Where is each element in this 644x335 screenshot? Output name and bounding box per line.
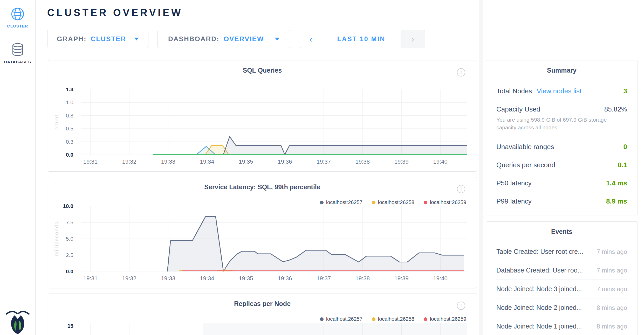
legend-dot-icon — [424, 201, 427, 204]
y-tick-label: 0.5 — [66, 125, 73, 132]
time-window-next-button[interactable]: › — [401, 30, 425, 48]
graph-dropdown-value: CLUSTER — [91, 35, 126, 43]
sidebar-item-label: DATABASES — [0, 60, 35, 64]
legend-item: localhost:26259 — [424, 316, 466, 322]
y-tick-label: 7.5 — [66, 219, 73, 226]
chart-legend: localhost:26257localhost:26258localhost:… — [320, 316, 466, 322]
event-row[interactable]: Node Joined: Node 3 joined... 7 mins ago — [496, 280, 627, 298]
sidebar-item-label: CLUSTER — [0, 24, 35, 28]
events-title: Events — [486, 228, 638, 235]
chart-card-sql-queries: SQL Queries ! count 0.00.30.50.81.01.3 1… — [48, 60, 477, 172]
graph-dropdown[interactable]: GRAPH: CLUSTER — [47, 30, 148, 48]
chart-card-replicas-per-node: Replicas per Node ! localhost:26257local… — [48, 294, 477, 335]
legend-item: localhost:26257 — [320, 316, 362, 322]
page-title: CLUSTER OVERVIEW — [47, 7, 183, 18]
capacity-label: Capacity Used — [496, 105, 540, 113]
time-window-selector: ‹ LAST 10 MIN › — [300, 30, 425, 48]
legend-label: localhost:26258 — [378, 316, 414, 322]
info-icon[interactable]: ! — [457, 68, 465, 76]
x-tick-label: 19:35 — [239, 275, 253, 282]
sidebar-item-cluster[interactable]: CLUSTER — [0, 7, 35, 28]
legend-label: localhost:26258 — [378, 199, 414, 205]
globe-icon — [10, 7, 25, 21]
x-tick-label: 19:40 — [433, 158, 448, 165]
y-tick-labels: 0.00.30.50.81.01.3 — [48, 89, 77, 155]
legend-item: localhost:26258 — [372, 316, 414, 322]
database-icon — [11, 43, 25, 57]
chart-title: Replicas per Node — [48, 300, 477, 308]
x-tick-label: 19:36 — [278, 158, 292, 165]
x-tick-label: 19:37 — [317, 158, 331, 165]
x-tick-label: 19:36 — [278, 275, 292, 282]
x-tick-label: 19:34 — [200, 158, 214, 165]
summary-body: Total NodesView nodes list 3 Capacity Us… — [496, 82, 627, 210]
total-nodes-label: Total Nodes — [496, 87, 532, 95]
plot-area[interactable] — [81, 323, 467, 335]
x-tick-label: 19:39 — [394, 158, 409, 165]
y-tick-label: 15 — [67, 323, 73, 329]
event-row[interactable]: Database Created: User roo... 7 mins ago — [496, 261, 627, 280]
y-tick-label: 0.0 — [66, 152, 73, 158]
x-tick-label: 19:40 — [433, 275, 448, 282]
x-tick-label: 19:39 — [394, 275, 409, 282]
view-nodes-list-link[interactable]: View nodes list — [537, 87, 581, 95]
time-window-label[interactable]: LAST 10 MIN — [322, 30, 401, 48]
info-icon[interactable]: ! — [457, 185, 465, 193]
x-tick-labels: 19:3119:3219:3319:3419:3519:3619:3719:38… — [81, 275, 467, 282]
plot-area[interactable] — [81, 206, 467, 271]
legend-item: localhost:26258 — [372, 199, 414, 205]
legend-label: localhost:26257 — [326, 316, 362, 322]
summary-row-capacity: Capacity Used 85.82% You are using 598.9… — [496, 100, 627, 138]
chart-title: Service Latency: SQL, 99th percentile — [48, 183, 477, 191]
graph-dropdown-label: GRAPH: — [57, 35, 87, 43]
legend-item: localhost:26259 — [424, 199, 466, 205]
event-row[interactable]: Node Joined: Node 2 joined... 8 mins ago — [496, 298, 627, 317]
y-tick-label: 5.0 — [66, 236, 73, 242]
chart-legend: localhost:26257localhost:26258localhost:… — [320, 199, 466, 205]
dashboard-dropdown-label: DASHBOARD: — [168, 35, 220, 43]
chart-card-service-latency: Service Latency: SQL, 99th percentile ! … — [48, 177, 477, 288]
event-row[interactable]: Table Created: User root cre... 7 mins a… — [496, 242, 627, 261]
chevron-right-icon: › — [411, 34, 414, 44]
chevron-down-icon — [275, 38, 279, 40]
x-tick-labels: 19:3119:3219:3319:3419:3519:3619:3719:38… — [81, 158, 467, 166]
x-tick-label: 19:35 — [239, 158, 253, 165]
cockroachdb-logo — [5, 309, 30, 334]
plot-area[interactable] — [81, 89, 467, 155]
x-tick-label: 19:33 — [161, 158, 175, 165]
chevron-left-icon: ‹ — [309, 34, 312, 44]
dashboard-dropdown[interactable]: DASHBOARD: OVERVIEW — [157, 30, 290, 48]
y-tick-label: 2.5 — [66, 252, 73, 258]
y-tick-labels: 1015 — [48, 323, 77, 335]
summary-panel: Summary Total NodesView nodes list 3 Cap… — [486, 60, 638, 215]
event-row[interactable]: Node Joined: Node 1 joined... 8 mins ago — [496, 317, 627, 335]
y-tick-label: 0.8 — [66, 113, 73, 119]
total-nodes-value: 3 — [624, 87, 627, 95]
summary-row-p99-latency: P99 latency 8.9 ms — [496, 192, 627, 210]
events-panel: Events Table Created: User root cre... 7… — [486, 221, 638, 335]
legend-label: localhost:26259 — [430, 199, 466, 205]
time-window-prev-button[interactable]: ‹ — [300, 30, 322, 48]
legend-dot-icon — [320, 201, 324, 204]
info-icon[interactable]: ! — [457, 302, 465, 310]
summary-title: Summary — [486, 67, 638, 74]
legend-item: localhost:26257 — [320, 199, 362, 205]
summary-row-queries-per-second: Queries per second 0.1 — [496, 156, 627, 174]
legend-dot-icon — [424, 317, 427, 321]
x-tick-label: 19:33 — [161, 275, 175, 282]
summary-row-p50-latency: P50 latency 1.4 ms — [496, 174, 627, 192]
x-tick-label: 19:31 — [83, 158, 98, 165]
events-list: Table Created: User root cre... 7 mins a… — [496, 242, 627, 335]
chart-canvas — [81, 323, 467, 335]
summary-row-total-nodes: Total NodesView nodes list 3 — [496, 82, 627, 100]
y-tick-label: 1.0 — [66, 99, 73, 106]
y-tick-label: 1.3 — [66, 86, 73, 93]
legend-label: localhost:26259 — [430, 316, 466, 322]
x-tick-label: 19:38 — [355, 275, 370, 282]
x-tick-label: 19:32 — [122, 275, 136, 282]
chart-title: SQL Queries — [48, 67, 477, 74]
y-tick-label: 0.3 — [66, 139, 73, 145]
scrollbar[interactable] — [479, 0, 483, 335]
sidebar-item-databases[interactable]: DATABASES — [0, 43, 35, 64]
capacity-note: You are using 598.9 GiB of 697.9 GiB sto… — [496, 116, 627, 133]
